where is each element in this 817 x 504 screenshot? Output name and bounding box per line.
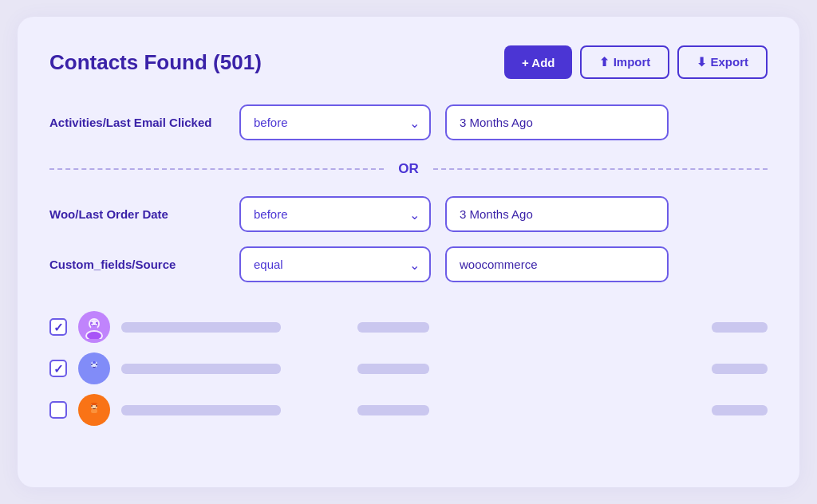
filter-label-2: Woo/Last Order Date (49, 207, 225, 221)
contact-action-bar-2 (712, 364, 768, 374)
svg-point-7 (96, 322, 97, 324)
svg-rect-12 (93, 361, 96, 364)
contact-row-3 (49, 394, 768, 426)
filter-operator-2[interactable]: before after equal (239, 196, 431, 232)
header-actions: + Add ⬆ Import ⬇ Export (504, 45, 768, 79)
svg-rect-5 (91, 326, 97, 330)
contact-name-bar-1 (121, 322, 281, 333)
contact-detail-bar-1 (357, 322, 429, 333)
header: Contacts Found (501) + Add ⬆ Import ⬇ Ex… (49, 45, 768, 79)
or-divider: OR (49, 161, 768, 177)
import-button[interactable]: ⬆ Import (580, 45, 669, 79)
svg-point-10 (91, 364, 93, 365)
filter-value-3[interactable] (445, 246, 669, 282)
contact-info-1 (121, 322, 768, 333)
filter-label-1: Activities/Last Email Clicked (49, 116, 225, 129)
or-label: OR (384, 161, 433, 177)
page-title: Contacts Found (501) (49, 50, 262, 75)
export-button[interactable]: ⬇ Export (677, 45, 768, 79)
svg-rect-14 (91, 409, 97, 413)
contact-row-1: ✓ (49, 311, 768, 343)
svg-point-15 (91, 405, 93, 407)
contact-info-3 (121, 405, 768, 415)
filter-row-3: Custom_fields/Source equal not equal bef… (49, 246, 768, 282)
svg-rect-17 (91, 403, 97, 405)
filter-row-2: Woo/Last Order Date before after equal ⌄ (49, 196, 768, 232)
contact-checkbox-1[interactable]: ✓ (49, 318, 67, 336)
filter-value-2[interactable] (445, 196, 669, 232)
contact-action-bar-3 (712, 405, 768, 415)
filter-label-3: Custom_fields/Source (49, 258, 225, 271)
contact-info-2 (121, 364, 768, 374)
avatar-1 (78, 311, 110, 343)
avatar-2 (78, 352, 110, 384)
contact-list: ✓ (49, 311, 768, 426)
filter-value-1[interactable] (445, 104, 669, 140)
filter-operator-wrapper-2: before after equal ⌄ (239, 196, 431, 232)
or-line-right (433, 168, 768, 170)
filter-operator-wrapper-3: equal not equal before after ⌄ (239, 246, 431, 282)
contact-name-bar-2 (121, 364, 281, 374)
checkmark-icon: ✓ (53, 363, 64, 375)
contact-detail-bar-3 (357, 405, 429, 415)
filter-operator-wrapper-1: before after equal ⌄ (239, 104, 431, 140)
avatar-3 (78, 394, 110, 426)
filter-operator-1[interactable]: before after equal (239, 104, 431, 140)
contact-name-bar-3 (121, 405, 281, 415)
contact-action-bar-1 (712, 322, 768, 333)
svg-point-11 (96, 364, 97, 365)
main-card: Contacts Found (501) + Add ⬆ Import ⬇ Ex… (18, 17, 799, 487)
svg-rect-9 (91, 368, 97, 372)
svg-point-6 (91, 322, 93, 324)
filter-operator-3[interactable]: equal not equal before after (239, 246, 431, 282)
contact-row-2: ✓ (49, 352, 768, 384)
svg-point-16 (96, 405, 97, 407)
checkmark-icon: ✓ (53, 321, 64, 333)
contact-checkbox-3[interactable] (49, 401, 67, 419)
filters-section: Activities/Last Email Clicked before aft… (49, 104, 768, 297)
or-line-left (49, 168, 384, 170)
filter-row-1: Activities/Last Email Clicked before aft… (49, 104, 768, 140)
add-button[interactable]: + Add (504, 45, 573, 79)
contact-checkbox-2[interactable]: ✓ (49, 360, 67, 377)
contact-detail-bar-2 (357, 364, 429, 374)
